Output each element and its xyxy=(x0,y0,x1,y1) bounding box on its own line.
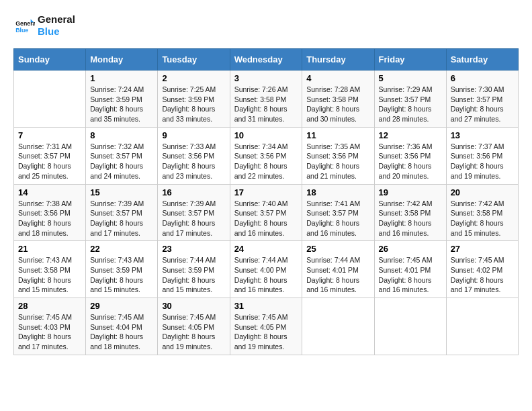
day-number: 24 xyxy=(234,244,298,254)
day-number: 28 xyxy=(18,301,81,311)
day-info: Sunrise: 7:40 AM Sunset: 3:57 PM Dayligh… xyxy=(234,199,298,238)
day-info: Sunrise: 7:37 AM Sunset: 3:56 PM Dayligh… xyxy=(451,142,514,181)
day-info: Sunrise: 7:33 AM Sunset: 3:56 PM Dayligh… xyxy=(162,142,225,181)
calendar-cell: 21Sunrise: 7:43 AM Sunset: 3:58 PM Dayli… xyxy=(14,241,86,298)
day-number: 27 xyxy=(451,244,514,254)
calendar-cell: 22Sunrise: 7:43 AM Sunset: 3:59 PM Dayli… xyxy=(86,241,158,298)
day-number: 19 xyxy=(379,187,442,197)
day-info: Sunrise: 7:45 AM Sunset: 4:01 PM Dayligh… xyxy=(379,255,442,295)
day-info: Sunrise: 7:42 AM Sunset: 3:58 PM Dayligh… xyxy=(451,199,514,238)
header-day-friday: Friday xyxy=(374,49,446,71)
day-info: Sunrise: 7:45 AM Sunset: 4:02 PM Dayligh… xyxy=(451,255,514,295)
calendar-cell xyxy=(446,298,518,355)
day-info: Sunrise: 7:43 AM Sunset: 3:58 PM Dayligh… xyxy=(18,255,81,295)
header-day-tuesday: Tuesday xyxy=(158,49,230,71)
day-number: 29 xyxy=(90,301,153,311)
day-number: 8 xyxy=(90,130,153,140)
day-info: Sunrise: 7:32 AM Sunset: 3:57 PM Dayligh… xyxy=(90,142,153,181)
week-row-4: 21Sunrise: 7:43 AM Sunset: 3:58 PM Dayli… xyxy=(14,241,519,298)
calendar-cell: 24Sunrise: 7:44 AM Sunset: 4:00 PM Dayli… xyxy=(230,241,302,298)
svg-text:Blue: Blue xyxy=(15,27,28,34)
day-number: 31 xyxy=(234,301,298,311)
header-row: SundayMondayTuesdayWednesdayThursdayFrid… xyxy=(14,49,519,71)
day-info: Sunrise: 7:44 AM Sunset: 4:00 PM Dayligh… xyxy=(234,255,298,295)
calendar-cell: 8Sunrise: 7:32 AM Sunset: 3:57 PM Daylig… xyxy=(86,127,158,184)
day-info: Sunrise: 7:31 AM Sunset: 3:57 PM Dayligh… xyxy=(18,142,81,181)
day-info: Sunrise: 7:45 AM Sunset: 4:03 PM Dayligh… xyxy=(18,312,81,352)
week-row-1: 1Sunrise: 7:24 AM Sunset: 3:59 PM Daylig… xyxy=(14,71,519,128)
day-number: 5 xyxy=(379,73,442,83)
day-info: Sunrise: 7:44 AM Sunset: 3:59 PM Dayligh… xyxy=(162,255,225,295)
calendar-cell: 16Sunrise: 7:39 AM Sunset: 3:57 PM Dayli… xyxy=(158,184,230,241)
day-number: 26 xyxy=(379,244,442,254)
day-info: Sunrise: 7:39 AM Sunset: 3:57 PM Dayligh… xyxy=(162,199,225,238)
calendar-cell: 14Sunrise: 7:38 AM Sunset: 3:56 PM Dayli… xyxy=(14,184,86,241)
day-info: Sunrise: 7:35 AM Sunset: 3:56 PM Dayligh… xyxy=(306,142,369,181)
calendar-cell: 17Sunrise: 7:40 AM Sunset: 3:57 PM Dayli… xyxy=(230,184,302,241)
header-day-wednesday: Wednesday xyxy=(230,49,302,71)
day-number: 20 xyxy=(451,187,514,197)
day-info: Sunrise: 7:30 AM Sunset: 3:57 PM Dayligh… xyxy=(451,85,514,124)
calendar-cell: 26Sunrise: 7:45 AM Sunset: 4:01 PM Dayli… xyxy=(374,241,446,298)
header-day-saturday: Saturday xyxy=(446,49,518,71)
day-info: Sunrise: 7:25 AM Sunset: 3:59 PM Dayligh… xyxy=(162,85,225,124)
calendar-cell: 5Sunrise: 7:29 AM Sunset: 3:57 PM Daylig… xyxy=(374,71,446,128)
day-number: 1 xyxy=(90,73,153,83)
calendar-cell xyxy=(14,71,86,128)
logo-icon: General Blue xyxy=(13,15,35,36)
calendar-cell: 11Sunrise: 7:35 AM Sunset: 3:56 PM Dayli… xyxy=(302,127,374,184)
day-info: Sunrise: 7:41 AM Sunset: 3:57 PM Dayligh… xyxy=(306,199,369,238)
calendar-cell: 7Sunrise: 7:31 AM Sunset: 3:57 PM Daylig… xyxy=(14,127,86,184)
calendar-cell: 25Sunrise: 7:44 AM Sunset: 4:01 PM Dayli… xyxy=(302,241,374,298)
header-day-sunday: Sunday xyxy=(14,49,86,71)
day-number: 10 xyxy=(234,130,298,140)
day-info: Sunrise: 7:44 AM Sunset: 4:01 PM Dayligh… xyxy=(306,255,369,295)
calendar-table: SundayMondayTuesdayWednesdayThursdayFrid… xyxy=(13,48,519,355)
calendar-cell: 10Sunrise: 7:34 AM Sunset: 3:56 PM Dayli… xyxy=(230,127,302,184)
header-day-thursday: Thursday xyxy=(302,49,374,71)
day-number: 4 xyxy=(306,73,369,83)
day-number: 22 xyxy=(90,244,153,254)
calendar-header: SundayMondayTuesdayWednesdayThursdayFrid… xyxy=(14,49,519,71)
calendar-cell: 31Sunrise: 7:45 AM Sunset: 4:05 PM Dayli… xyxy=(230,298,302,355)
day-number: 17 xyxy=(234,187,298,197)
day-number: 12 xyxy=(379,130,442,140)
calendar-cell: 3Sunrise: 7:26 AM Sunset: 3:58 PM Daylig… xyxy=(230,71,302,128)
day-number: 21 xyxy=(18,244,81,254)
day-info: Sunrise: 7:38 AM Sunset: 3:56 PM Dayligh… xyxy=(18,199,81,238)
day-number: 16 xyxy=(162,187,225,197)
day-number: 23 xyxy=(162,244,225,254)
week-row-5: 28Sunrise: 7:45 AM Sunset: 4:03 PM Dayli… xyxy=(14,298,519,355)
calendar-cell: 28Sunrise: 7:45 AM Sunset: 4:03 PM Dayli… xyxy=(14,298,86,355)
day-number: 30 xyxy=(162,301,225,311)
day-number: 15 xyxy=(90,187,153,197)
header-day-monday: Monday xyxy=(86,49,158,71)
calendar-cell: 20Sunrise: 7:42 AM Sunset: 3:58 PM Dayli… xyxy=(446,184,518,241)
calendar-cell: 29Sunrise: 7:45 AM Sunset: 4:04 PM Dayli… xyxy=(86,298,158,355)
calendar-cell: 30Sunrise: 7:45 AM Sunset: 4:05 PM Dayli… xyxy=(158,298,230,355)
day-number: 7 xyxy=(18,130,81,140)
day-info: Sunrise: 7:26 AM Sunset: 3:58 PM Dayligh… xyxy=(234,85,298,124)
day-info: Sunrise: 7:43 AM Sunset: 3:59 PM Dayligh… xyxy=(90,255,153,295)
day-info: Sunrise: 7:36 AM Sunset: 3:56 PM Dayligh… xyxy=(379,142,442,181)
calendar-cell: 27Sunrise: 7:45 AM Sunset: 4:02 PM Dayli… xyxy=(446,241,518,298)
day-number: 13 xyxy=(451,130,514,140)
calendar-cell xyxy=(302,298,374,355)
day-info: Sunrise: 7:45 AM Sunset: 4:05 PM Dayligh… xyxy=(234,312,298,352)
day-info: Sunrise: 7:29 AM Sunset: 3:57 PM Dayligh… xyxy=(379,85,442,124)
calendar-cell: 13Sunrise: 7:37 AM Sunset: 3:56 PM Dayli… xyxy=(446,127,518,184)
calendar-cell: 6Sunrise: 7:30 AM Sunset: 3:57 PM Daylig… xyxy=(446,71,518,128)
day-number: 25 xyxy=(306,244,369,254)
calendar-cell: 18Sunrise: 7:41 AM Sunset: 3:57 PM Dayli… xyxy=(302,184,374,241)
day-number: 11 xyxy=(306,130,369,140)
calendar-cell: 1Sunrise: 7:24 AM Sunset: 3:59 PM Daylig… xyxy=(86,71,158,128)
day-number: 18 xyxy=(306,187,369,197)
calendar-cell: 15Sunrise: 7:39 AM Sunset: 3:57 PM Dayli… xyxy=(86,184,158,241)
day-info: Sunrise: 7:28 AM Sunset: 3:58 PM Dayligh… xyxy=(306,85,369,124)
day-number: 9 xyxy=(162,130,225,140)
header: General Blue General Blue xyxy=(13,13,519,38)
calendar-cell: 23Sunrise: 7:44 AM Sunset: 3:59 PM Dayli… xyxy=(158,241,230,298)
logo: General Blue General Blue xyxy=(13,13,75,38)
day-info: Sunrise: 7:24 AM Sunset: 3:59 PM Dayligh… xyxy=(90,85,153,124)
logo-text-line2: Blue xyxy=(38,26,75,38)
